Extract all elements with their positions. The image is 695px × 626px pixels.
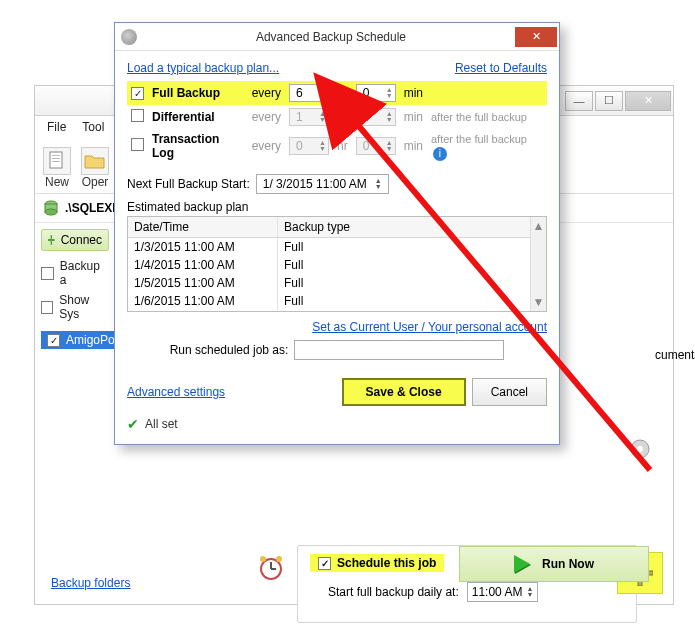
- menu-tools[interactable]: Tool: [82, 120, 104, 134]
- schedule-job-checkbox[interactable]: ✓Schedule this job: [310, 554, 444, 572]
- dialog-title: Advanced Backup Schedule: [147, 30, 515, 44]
- reset-defaults-link[interactable]: Reset to Defaults: [455, 61, 547, 75]
- plan-scrollbar[interactable]: ▲▼: [530, 217, 546, 311]
- minimize-button[interactable]: —: [565, 91, 593, 111]
- document-icon: [43, 147, 71, 175]
- maximize-button[interactable]: ☐: [595, 91, 623, 111]
- plan-header-datetime[interactable]: Date/Time: [128, 217, 278, 237]
- dialog-titlebar: Advanced Backup Schedule ✕: [115, 23, 559, 51]
- check-icon: ✔: [127, 416, 139, 432]
- load-plan-link[interactable]: Load a typical backup plan...: [127, 61, 279, 75]
- tlog-checkbox[interactable]: [131, 138, 144, 151]
- run-as-label: Run scheduled job as:: [170, 343, 289, 357]
- db-item-label: AmigoPos: [66, 333, 121, 347]
- svg-rect-2: [52, 158, 60, 159]
- svg-rect-1: [52, 155, 60, 156]
- run-as-input[interactable]: [294, 340, 504, 360]
- plan-cell-datetime: 1/5/2015 11:00 AM: [128, 274, 278, 292]
- differential-row: Differential every 1▲▼ 0▲▼ min after the…: [127, 105, 547, 129]
- dialog-close-button[interactable]: ✕: [515, 27, 557, 47]
- all-set-label: All set: [145, 417, 178, 431]
- svg-point-15: [260, 556, 266, 562]
- next-start-label: Next Full Backup Start:: [127, 177, 250, 191]
- diff-hr-input: 1▲▼: [289, 108, 329, 126]
- plan-label: Estimated backup plan: [127, 200, 547, 214]
- app-icon: [121, 29, 137, 45]
- plan-cell-type: Full: [278, 256, 546, 274]
- svg-rect-3: [52, 161, 60, 162]
- info-icon[interactable]: i: [433, 147, 447, 161]
- plan-cell-type: Full: [278, 274, 546, 292]
- documents-path: cuments\: [655, 341, 695, 369]
- run-now-button[interactable]: Run Now: [459, 546, 649, 582]
- settings-gear-icon[interactable]: [627, 436, 653, 462]
- every-label: every: [248, 105, 285, 129]
- save-close-button[interactable]: Save & Close: [342, 378, 466, 406]
- plan-cell-datetime: 1/4/2015 11:00 AM: [128, 256, 278, 274]
- plan-cell-type: Full: [278, 238, 546, 256]
- database-icon: [43, 200, 59, 216]
- svg-point-16: [276, 556, 282, 562]
- close-button[interactable]: ✕: [625, 91, 671, 111]
- plan-row[interactable]: 1/5/2015 11:00 AMFull: [128, 274, 546, 292]
- full-backup-checkbox[interactable]: ✓: [131, 87, 144, 100]
- hr-unit: hr: [333, 129, 352, 164]
- tlog-hr-input: 0▲▼: [289, 137, 329, 155]
- min-unit: min: [400, 81, 427, 105]
- left-pane: Connec Backup a Show Sys ✓AmigoPos: [35, 223, 115, 355]
- set-current-user-link[interactable]: Set as Current User / Your personal acco…: [127, 320, 547, 334]
- hr-unit: hr: [333, 81, 352, 105]
- next-start-field[interactable]: 1/ 3/2015 11:00 AM ▲▼: [256, 174, 389, 194]
- full-backup-label: Full Backup: [148, 81, 248, 105]
- plan-cell-datetime: 1/6/2015 11:00 AM: [128, 292, 278, 310]
- diff-note: after the full backup: [427, 105, 547, 129]
- documents-path-label: cuments\: [655, 348, 695, 362]
- toolbar-new-label: New: [45, 175, 69, 189]
- diff-min-input: 0▲▼: [356, 108, 396, 126]
- schedule-job-label: Schedule this job: [337, 556, 436, 570]
- menu-file[interactable]: File: [47, 120, 66, 134]
- plan-row[interactable]: 1/6/2015 11:00 AMFull: [128, 292, 546, 310]
- plan-header-type[interactable]: Backup type: [278, 217, 546, 237]
- full-min-input[interactable]: 0▲▼: [356, 84, 396, 102]
- backup-all-checkbox[interactable]: Backup a: [41, 259, 109, 287]
- toolbar-open-label: Oper: [82, 175, 109, 189]
- spinner-icon[interactable]: ▲▼: [526, 586, 533, 598]
- connect-label: Connec: [61, 233, 102, 247]
- backup-folders-link[interactable]: Backup folders: [51, 576, 130, 590]
- start-time-value: 11:00 AM: [472, 585, 523, 599]
- full-backup-row: ✓ Full Backup every 6▲▼ hr 0▲▼ min: [127, 81, 547, 105]
- svg-point-6: [45, 209, 57, 215]
- folder-icon: [81, 147, 109, 175]
- run-now-label: Run Now: [542, 557, 594, 571]
- toolbar-open[interactable]: Oper: [81, 147, 109, 189]
- advanced-schedule-dialog: Advanced Backup Schedule ✕ Load a typica…: [114, 22, 560, 445]
- tlog-row: Transaction Log every 0▲▼ hr 0▲▼ min aft…: [127, 129, 547, 164]
- connect-button[interactable]: Connec: [41, 229, 109, 251]
- backup-all-label: Backup a: [60, 259, 109, 287]
- plan-row[interactable]: 1/4/2015 11:00 AMFull: [128, 256, 546, 274]
- svg-point-11: [637, 446, 643, 452]
- plus-icon: [48, 235, 55, 245]
- toolbar-new[interactable]: New: [43, 147, 71, 189]
- cancel-button[interactable]: Cancel: [472, 378, 547, 406]
- diff-label: Differential: [148, 105, 248, 129]
- advanced-settings-link[interactable]: Advanced settings: [127, 385, 225, 399]
- spinner-icon[interactable]: ▲▼: [375, 178, 382, 190]
- show-sys-checkbox[interactable]: Show Sys: [41, 293, 109, 321]
- plan-cell-type: Full: [278, 292, 546, 310]
- tlog-note: after the full backup: [431, 133, 527, 145]
- alarm-clock-icon: [256, 552, 286, 582]
- show-sys-label: Show Sys: [59, 293, 109, 321]
- tlog-min-input: 0▲▼: [356, 137, 396, 155]
- start-backup-label: Start full backup daily at:: [328, 585, 459, 599]
- play-icon: [514, 555, 530, 573]
- all-set-status: ✔ All set: [127, 416, 547, 432]
- every-label: every: [248, 129, 285, 164]
- schedule-table: ✓ Full Backup every 6▲▼ hr 0▲▼ min Diffe…: [127, 81, 547, 164]
- plan-row[interactable]: 1/3/2015 11:00 AMFull: [128, 238, 546, 256]
- min-unit: min: [400, 129, 427, 164]
- diff-checkbox[interactable]: [131, 109, 144, 122]
- start-time-field[interactable]: 11:00 AM ▲▼: [467, 582, 539, 602]
- full-hr-input[interactable]: 6▲▼: [289, 84, 329, 102]
